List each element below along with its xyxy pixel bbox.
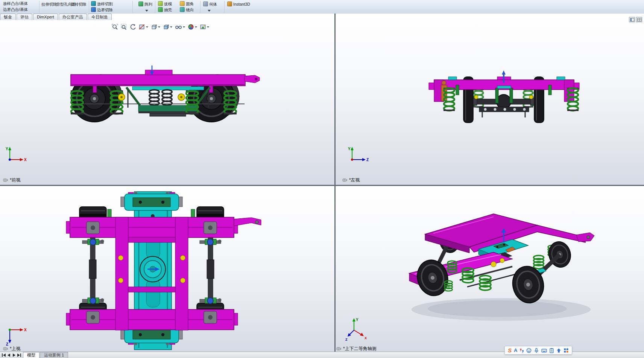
center-pivot-top[interactable] <box>140 256 166 282</box>
loft-boss-button[interactable]: 放样凸台/基体 <box>3 1 28 6</box>
pattern-icon <box>138 2 143 6</box>
ribbon-separator <box>39 1 39 12</box>
tab-sheet-metal[interactable]: 钣金 <box>0 14 16 20</box>
model-front-view[interactable] <box>0 14 334 185</box>
viewport-label-text: *上下二等角轴测 <box>343 346 377 352</box>
first-tab-button[interactable] <box>1 352 6 358</box>
spring-iso[interactable] <box>480 276 491 290</box>
sogou-logo[interactable]: S <box>508 347 512 353</box>
reference-geometry-button[interactable]: 何体 <box>203 2 217 7</box>
toolbox-grid-icon[interactable] <box>564 348 569 353</box>
revolved-cut-button[interactable]: 旋转切除 <box>71 2 84 7</box>
view-orientation-button[interactable] <box>150 23 161 31</box>
graphics-area: Y X *前视 <box>0 14 644 352</box>
model-isometric-view[interactable] <box>336 186 644 352</box>
boundary-cut-button[interactable]: 边界切除 <box>91 7 113 13</box>
fillet-button[interactable]: 圆角 <box>180 1 194 7</box>
ime-toolbar: S A <box>504 346 572 355</box>
orientation-triad: Y X Z <box>345 316 369 342</box>
tab-office-products[interactable]: 办公室产品 <box>59 14 87 20</box>
loft-boss-label: 放样凸台/基体 <box>3 1 28 6</box>
wheel-near-left[interactable] <box>413 256 452 299</box>
ribbon-separator <box>155 1 155 12</box>
ime-mode-icon[interactable]: A <box>514 348 517 353</box>
pattern-dropdown[interactable] <box>145 8 148 13</box>
pane-four-view-icon[interactable] <box>636 17 642 22</box>
view-camera-icon <box>336 347 342 351</box>
emoji-icon[interactable] <box>526 348 532 353</box>
command-tab-strip: 钣金 评估 DimXpert 办公室产品 今日制造 <box>0 14 112 20</box>
tab-dimxpert[interactable]: DimXpert <box>33 14 58 20</box>
side-bearer-iso[interactable] <box>500 258 504 263</box>
mirror-icon <box>180 7 185 12</box>
chevron-down-icon <box>158 26 160 29</box>
fillet-icon <box>180 1 185 6</box>
ribbon-separator <box>200 1 200 12</box>
mirror-label: 镜向 <box>186 8 194 12</box>
instant3d-button[interactable]: Instant3D <box>227 2 250 6</box>
orientation-triad: Y Z <box>347 145 369 164</box>
tab-evaluate[interactable]: 评估 <box>17 14 32 20</box>
viewport-isometric[interactable]: Y X Z *上下二等角轴测 <box>336 186 644 352</box>
end-crossmember-top[interactable] <box>121 192 182 210</box>
orientation-triad: X Z <box>5 324 27 346</box>
edit-appearance-button[interactable] <box>187 23 198 31</box>
motion-study-tab[interactable]: 运动算例 1 <box>40 352 68 358</box>
clipboard-icon[interactable] <box>549 348 554 353</box>
ribbon-separator <box>89 1 89 12</box>
viewport-name-isometric: *上下二等角轴测 <box>336 346 377 352</box>
shell-button[interactable]: 抽壳 <box>158 7 172 13</box>
model-top-view[interactable] <box>0 186 334 352</box>
viewport-left[interactable]: Y Z *左视 <box>336 14 644 185</box>
last-tab-button[interactable] <box>17 352 22 358</box>
pattern-label: 阵列 <box>144 2 152 6</box>
previous-view-button[interactable] <box>129 23 137 31</box>
skin-up-icon[interactable] <box>556 348 561 353</box>
boundary-cut-icon <box>91 7 96 12</box>
punctuation-icon[interactable] <box>519 348 524 353</box>
hole-wizard-button[interactable]: 异型孔向导 <box>56 2 70 7</box>
model-left-view[interactable] <box>336 14 644 185</box>
viewport-name-front: *前视 <box>3 177 21 183</box>
mirror-button[interactable]: 镜向 <box>180 7 194 13</box>
ribbon-separator <box>224 1 225 12</box>
hide-show-items-button[interactable] <box>174 23 186 31</box>
lofted-cut-button[interactable]: 放样切割 <box>91 1 113 7</box>
viewport-front[interactable]: Y X *前视 <box>0 14 334 185</box>
command-manager-ribbon: 放样凸台/基体 边界凸台/基体 拉伸切除 异型孔向导 旋转切除 放样切割 边界切… <box>0 0 644 14</box>
side-bearer-iso[interactable] <box>491 262 496 267</box>
reference-geometry-label: 何体 <box>209 2 217 6</box>
zoom-area-button[interactable] <box>120 23 128 31</box>
viewport-splitter-vertical[interactable] <box>334 14 336 352</box>
reference-geometry-dropdown[interactable] <box>208 8 211 13</box>
pattern-button[interactable]: 阵列 <box>138 2 152 7</box>
viewport-top[interactable]: X Z *上视 <box>0 186 334 352</box>
chevron-down-icon <box>183 26 185 29</box>
viewport-splitter-horizontal[interactable] <box>0 185 644 186</box>
lofted-cut-label: 放样切割 <box>97 2 113 6</box>
zoom-fit-button[interactable] <box>111 23 119 31</box>
instant3d-icon <box>227 2 232 6</box>
viewport-name-top: *上视 <box>3 346 21 352</box>
spring-iso[interactable] <box>534 256 544 269</box>
next-tab-button[interactable] <box>12 352 16 358</box>
display-style-button[interactable] <box>162 23 173 31</box>
boundary-boss-button[interactable]: 边界凸台/基体 <box>3 7 28 12</box>
viewport-pane-controls <box>629 17 642 22</box>
pane-single-view-icon[interactable] <box>629 17 635 22</box>
axis-y-label: Y <box>356 318 358 322</box>
soft-keyboard-icon[interactable] <box>541 348 547 353</box>
ground-shadow <box>412 298 591 321</box>
shell-label: 抽壳 <box>164 8 172 12</box>
chevron-down-icon <box>195 26 197 29</box>
voice-input-icon[interactable] <box>534 348 539 353</box>
chevron-down-icon <box>208 10 211 13</box>
model-tab[interactable]: 模型 <box>23 352 39 358</box>
extruded-cut-button[interactable]: 拉伸切除 <box>41 2 55 7</box>
view-camera-icon <box>3 178 8 182</box>
draft-button[interactable]: 拔模 <box>158 1 172 7</box>
section-view-button[interactable] <box>138 23 149 31</box>
tab-today-manufacture[interactable]: 今日制造 <box>88 14 112 20</box>
apply-scene-button[interactable] <box>199 23 210 31</box>
previous-tab-button[interactable] <box>7 352 11 358</box>
